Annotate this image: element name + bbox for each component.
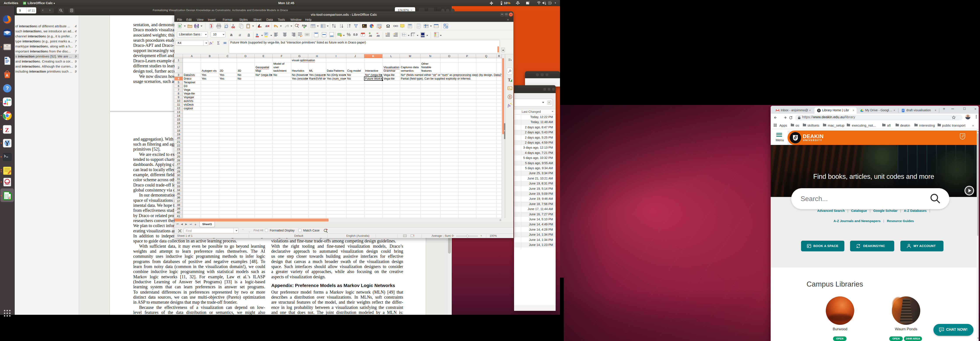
svg-text:a: a (239, 32, 241, 37)
svg-text:Σ: Σ (217, 41, 220, 45)
svg-text:T: T (508, 78, 511, 82)
svg-text:.00: .00 (369, 35, 372, 37)
svg-text:a: a (265, 24, 267, 28)
svg-text:$: $ (340, 35, 342, 37)
svg-text:a: a (248, 32, 250, 37)
svg-text:a: a (256, 32, 258, 36)
svg-text:.00: .00 (376, 35, 380, 37)
svg-text:fx: fx (508, 104, 511, 108)
svg-text:?: ? (6, 86, 9, 91)
svg-text:0.0: 0.0 (353, 33, 358, 36)
svg-text:Ω: Ω (386, 24, 390, 29)
svg-text:Abc: Abc (302, 24, 307, 27)
svg-text:fx: fx (210, 41, 212, 45)
svg-text:Z: Z (5, 127, 9, 133)
svg-text:a: a (230, 32, 232, 37)
svg-text:%: % (347, 32, 351, 37)
svg-text:A: A (6, 73, 8, 78)
svg-text:7: 7 (362, 34, 363, 36)
